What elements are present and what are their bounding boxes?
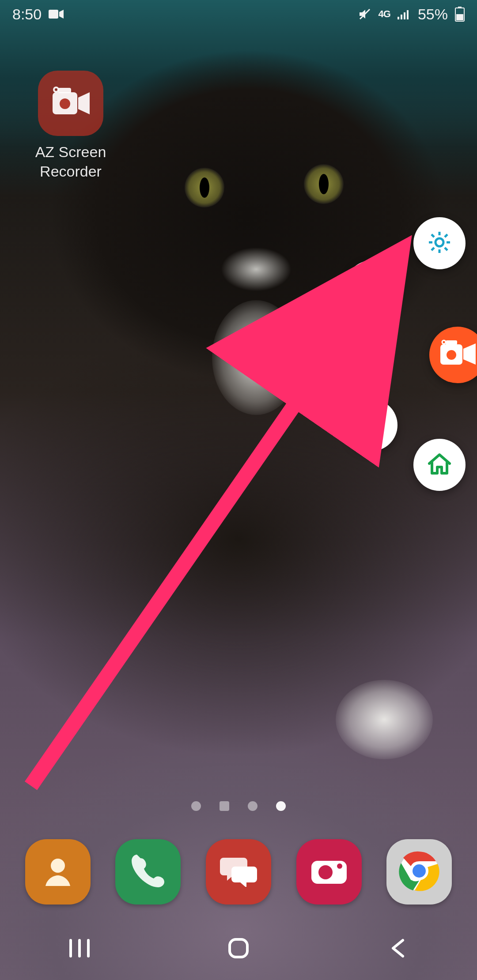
svg-rect-2 xyxy=(398,17,399,19)
phone-icon xyxy=(132,855,164,889)
nav-recents-button[interactable] xyxy=(35,927,124,971)
battery-percent: 55% xyxy=(418,6,448,23)
svg-rect-8 xyxy=(456,14,463,20)
page-dot-home[interactable] xyxy=(220,801,229,811)
home-icon xyxy=(427,452,452,478)
fab-screenshot-button[interactable] xyxy=(345,260,398,313)
az-recorder-icon xyxy=(50,86,91,121)
fab-record-video-button[interactable] xyxy=(318,330,371,383)
svg-rect-19 xyxy=(446,340,457,345)
nav-home-button[interactable] xyxy=(194,927,283,971)
svg-point-13 xyxy=(435,238,443,246)
navigation-bar xyxy=(0,918,477,980)
status-bar-right: 4G 55% xyxy=(358,6,465,23)
svg-rect-15 xyxy=(332,348,348,364)
video-camera-icon xyxy=(330,346,359,368)
dock-app-chrome[interactable] xyxy=(386,839,452,905)
svg-point-18 xyxy=(442,340,446,344)
video-recording-icon xyxy=(49,9,64,19)
svg-rect-11 xyxy=(58,88,71,93)
page-dot[interactable] xyxy=(248,801,257,811)
camera-app-icon xyxy=(310,856,348,887)
mute-icon xyxy=(358,8,371,21)
svg-rect-5 xyxy=(407,10,409,19)
svg-point-20 xyxy=(447,350,456,360)
app-shortcut-az-screen-recorder[interactable]: AZ Screen Recorder xyxy=(22,71,119,181)
page-dot[interactable] xyxy=(191,801,201,811)
battery-icon xyxy=(455,7,465,22)
status-time: 8:50 xyxy=(12,6,42,23)
dock-app-messages[interactable] xyxy=(206,839,271,905)
wallpaper-decor xyxy=(185,168,224,207)
svg-point-24 xyxy=(318,865,333,879)
svg-rect-3 xyxy=(401,15,402,19)
broadcast-icon xyxy=(357,413,386,437)
wallpaper-decor xyxy=(212,300,300,415)
app-tile xyxy=(38,71,103,136)
fab-go-live-button[interactable] xyxy=(345,399,398,451)
page-indicator[interactable] xyxy=(0,801,477,811)
svg-point-10 xyxy=(54,87,58,92)
person-icon xyxy=(40,853,76,890)
wallpaper-decor xyxy=(336,680,433,759)
nav-home-icon xyxy=(227,937,250,961)
dock xyxy=(0,825,477,918)
recents-icon xyxy=(68,939,91,960)
svg-rect-0 xyxy=(49,10,58,19)
back-icon xyxy=(389,938,406,961)
chrome-icon xyxy=(398,850,440,894)
svg-point-25 xyxy=(337,863,342,869)
svg-point-16 xyxy=(369,422,374,427)
wallpaper-decor xyxy=(304,164,344,204)
camera-icon xyxy=(358,274,385,299)
home-screen: 8:50 4G 55% xyxy=(0,0,477,980)
svg-point-12 xyxy=(60,98,70,109)
az-recorder-icon xyxy=(439,339,477,371)
gear-icon xyxy=(426,229,453,257)
status-bar[interactable]: 8:50 4G 55% xyxy=(0,0,477,28)
nav-back-button[interactable] xyxy=(353,927,442,971)
app-label: AZ Screen Recorder xyxy=(22,142,119,181)
network-type-icon: 4G xyxy=(379,8,390,20)
signal-strength-icon xyxy=(398,9,411,19)
network-type-label: 4G xyxy=(379,8,390,20)
dock-app-contacts[interactable] xyxy=(25,839,91,905)
dock-app-camera[interactable] xyxy=(296,839,362,905)
fab-toolbox-home-button[interactable] xyxy=(413,439,466,491)
svg-point-14 xyxy=(367,283,376,292)
fab-settings-button[interactable] xyxy=(413,217,466,269)
svg-point-22 xyxy=(51,859,65,873)
svg-rect-4 xyxy=(404,12,405,19)
dock-app-phone[interactable] xyxy=(115,839,181,905)
page-dot-active[interactable] xyxy=(276,801,286,811)
svg-rect-32 xyxy=(230,939,247,957)
wallpaper-decor xyxy=(221,247,292,291)
status-bar-left: 8:50 xyxy=(12,6,64,23)
chat-icon xyxy=(220,855,257,889)
